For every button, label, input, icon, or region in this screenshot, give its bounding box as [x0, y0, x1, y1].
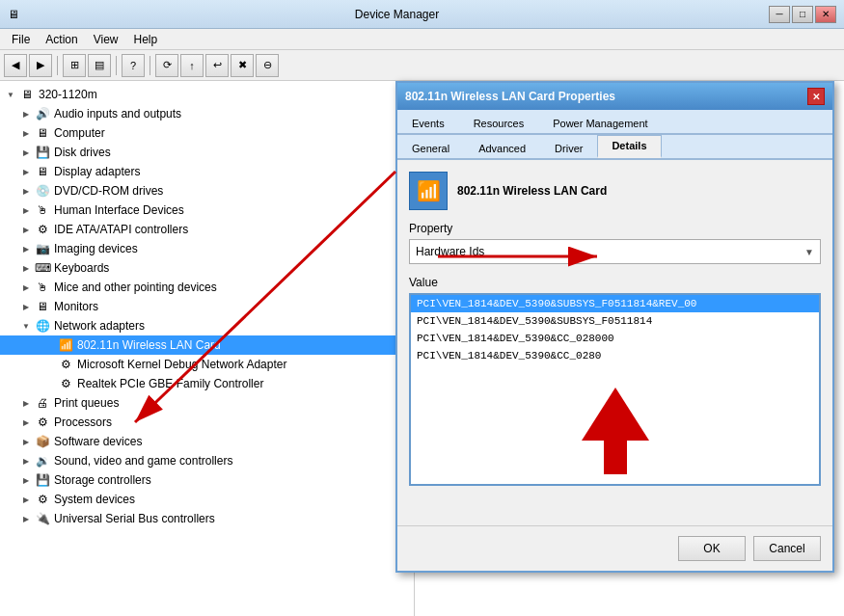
tree-item-print[interactable]: ▶ Print queues [0, 393, 414, 413]
display-icon [35, 164, 50, 179]
tree-item-processors[interactable]: ▶ Processors [0, 413, 414, 432]
tree-panel[interactable]: ▼ 🖥 320-1120m ▶ Audio inputs and outputs… [0, 81, 415, 616]
storage-expand-icon[interactable]: ▶ [19, 473, 33, 487]
update-button[interactable]: ↑ [180, 54, 204, 77]
minimize-button[interactable]: ─ [769, 6, 790, 23]
rollback-button[interactable]: ↩ [205, 54, 229, 77]
print-label: Print queues [54, 396, 119, 410]
usb-expand-icon[interactable]: ▶ [19, 512, 33, 525]
value-list[interactable]: PCI\VEN_1814&DEV_5390&SUBSYS_F0511814&RE… [409, 293, 821, 486]
toolbar: ◀ ▶ ⊞ ▤ ? ⟳ ↑ ↩ ✖ ⊖ [0, 50, 844, 81]
disk-label: Disk drives [54, 146, 111, 159]
dialog-footer: OK Cancel [397, 525, 832, 571]
tree-item-audio[interactable]: ▶ Audio inputs and outputs [0, 104, 414, 123]
menu-view[interactable]: View [86, 31, 126, 48]
audio-expand-icon[interactable]: ▶ [19, 107, 33, 121]
value-item-0[interactable]: PCI\VEN_1814&DEV_5390&SUBSYS_F0511814&RE… [411, 295, 819, 312]
computer-expand-icon[interactable]: ▶ [19, 126, 33, 140]
tab-advanced[interactable]: Advanced [464, 138, 540, 158]
tree-item-disk[interactable]: ▶ Disk drives [0, 143, 414, 162]
value-item-1[interactable]: PCI\VEN_1814&DEV_5390&SUBSYS_F0511814 [411, 312, 819, 330]
tab-resources[interactable]: Resources [459, 113, 539, 133]
tree-root[interactable]: ▼ 🖥 320-1120m [0, 85, 414, 104]
tab-power-management[interactable]: Power Management [538, 113, 662, 133]
tree-item-computer[interactable]: ▶ Computer [0, 123, 414, 143]
property-dropdown[interactable]: Hardware Ids ▼ [409, 239, 821, 264]
tree-item-monitors[interactable]: ▶ Monitors [0, 297, 414, 316]
system-devices-icon [35, 492, 50, 507]
tree-item-realtek[interactable]: Realtek PCIe GBE Family Controller [0, 374, 414, 393]
tree-item-usb[interactable]: ▶ Universal Serial Bus controllers [0, 509, 414, 528]
tree-item-mice[interactable]: ▶ Mice and other pointing devices [0, 278, 414, 297]
tab-driver[interactable]: Driver [540, 138, 597, 158]
ok-button[interactable]: OK [678, 536, 746, 561]
dialog-close-button[interactable]: ✕ [807, 88, 825, 105]
menu-help[interactable]: Help [126, 31, 166, 48]
print-icon [35, 395, 50, 411]
disk-expand-icon[interactable]: ▶ [19, 146, 33, 159]
uninstall-button[interactable]: ⊖ [256, 54, 279, 77]
tree-item-network[interactable]: ▼ Network adapters [0, 316, 414, 335]
tab-row-1: Events Resources Power Management [397, 110, 832, 135]
imaging-expand-icon[interactable]: ▶ [19, 242, 33, 255]
print-expand-icon[interactable]: ▶ [19, 396, 33, 410]
maximize-button[interactable]: □ [792, 6, 813, 23]
storage-icon [35, 472, 50, 488]
mice-expand-icon[interactable]: ▶ [19, 281, 33, 294]
imaging-label: Imaging devices [54, 242, 138, 255]
forward-button[interactable]: ▶ [29, 54, 52, 77]
sysdev-label: System devices [54, 493, 135, 506]
sound-expand-icon[interactable]: ▶ [19, 454, 33, 468]
value-item-3[interactable]: PCI\VEN_1814&DEV_5390&CC_0280 [411, 347, 819, 364]
root-expand-icon[interactable]: ▼ [4, 88, 17, 101]
tree-item-imaging[interactable]: ▶ Imaging devices [0, 239, 414, 258]
tree-item-ide[interactable]: ▶ IDE ATA/ATAPI controllers [0, 220, 414, 239]
tab-details[interactable]: Details [597, 135, 661, 158]
menu-file[interactable]: File [4, 31, 38, 48]
disable-button[interactable]: ✖ [231, 54, 254, 77]
tree-item-hid[interactable]: ▶ Human Interface Devices [0, 201, 414, 220]
tree-item-software[interactable]: ▶ Software devices [0, 432, 414, 451]
sysdev-expand-icon[interactable]: ▶ [19, 493, 33, 506]
hid-expand-icon[interactable]: ▶ [19, 203, 33, 217]
back-button[interactable]: ◀ [4, 54, 27, 77]
monitors-expand-icon[interactable]: ▶ [19, 300, 33, 313]
tree-item-storage[interactable]: ▶ Storage controllers [0, 470, 414, 490]
hid-label: Human Interface Devices [54, 203, 184, 217]
tree-item-sound[interactable]: ▶ Sound, video and game controllers [0, 451, 414, 470]
root-computer-icon: 🖥 [19, 87, 35, 102]
software-expand-icon[interactable]: ▶ [19, 435, 33, 448]
wifi-adapter-icon [58, 337, 73, 353]
value-item-2[interactable]: PCI\VEN_1814&DEV_5390&CC_028000 [411, 330, 819, 347]
processor-icon [35, 415, 50, 430]
help-button[interactable]: ? [122, 54, 145, 77]
properties-button[interactable]: ▤ [88, 54, 111, 77]
tree-item-wifi[interactable]: 802.11n Wireless LAN Card [0, 335, 414, 355]
tree-item-display[interactable]: ▶ Display adapters [0, 162, 414, 181]
tab-general[interactable]: General [397, 138, 464, 158]
dialog-title: 802.11n Wireless LAN Card Properties [405, 90, 807, 103]
audio-icon [35, 106, 50, 121]
tree-item-keyboards[interactable]: ▶ Keyboards [0, 258, 414, 278]
show-hidden-button[interactable]: ⊞ [63, 54, 86, 77]
close-button[interactable]: ✕ [815, 6, 836, 23]
processors-expand-icon[interactable]: ▶ [19, 415, 33, 429]
network-expand-icon[interactable]: ▼ [19, 319, 33, 333]
dvd-expand-icon[interactable]: ▶ [19, 184, 33, 198]
tab-events[interactable]: Events [397, 113, 459, 133]
debug-label: Microsoft Kernel Debug Network Adapter [77, 358, 286, 371]
properties-dialog: 802.11n Wireless LAN Card Properties ✕ E… [395, 81, 834, 573]
audio-label: Audio inputs and outputs [54, 107, 181, 121]
tree-item-dvd[interactable]: ▶ DVD/CD-ROM drives [0, 181, 414, 201]
tree-item-debug[interactable]: Microsoft Kernel Debug Network Adapter [0, 355, 414, 374]
keyboards-expand-icon[interactable]: ▶ [19, 261, 33, 275]
ide-expand-icon[interactable]: ▶ [19, 223, 33, 236]
tree-item-sysdev[interactable]: ▶ System devices [0, 490, 414, 509]
menu-action[interactable]: Action [38, 31, 85, 48]
display-expand-icon[interactable]: ▶ [19, 165, 33, 178]
monitors-label: Monitors [54, 300, 98, 313]
cancel-button[interactable]: Cancel [753, 536, 821, 561]
window-controls: ─ □ ✕ [769, 6, 836, 23]
usb-icon [35, 511, 50, 526]
scan-button[interactable]: ⟳ [155, 54, 178, 77]
